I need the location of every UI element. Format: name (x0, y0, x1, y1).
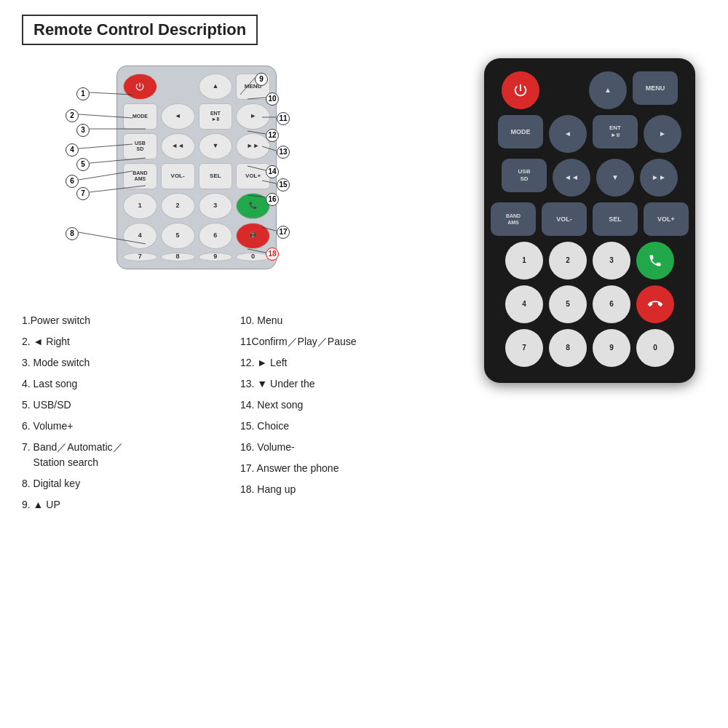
desc-item-2: 2. ◄ Right (22, 334, 240, 349)
pr-btn-2[interactable]: 2 (549, 242, 587, 280)
diag-btn-2[interactable]: 2 (161, 193, 195, 219)
diag-btn-7[interactable]: 7 (123, 253, 157, 261)
pr-btn-1[interactable]: 1 (505, 242, 543, 280)
callout-5: 5 (76, 157, 90, 171)
diag-btn-prev[interactable]: ◄◄ (161, 133, 195, 159)
pr-btn-up[interactable]: ▲ (589, 71, 627, 109)
callout-1: 1 (76, 86, 90, 100)
physical-remote-section: ▲ MENU MODE ◄ ENT►II ► USBSD ◄◄ ▼ ►► (473, 58, 706, 713)
pr-btn-menu[interactable]: MENU (633, 71, 678, 105)
remote-row-5: 1 2 3 (496, 242, 684, 280)
pr-btn-usbsd[interactable]: USBSD (502, 159, 547, 192)
pr-btn-ent[interactable]: ENT►II (593, 115, 638, 149)
pr-btn-next-song[interactable]: ►► (640, 159, 678, 197)
diag-btn-mode[interactable]: MODE (123, 103, 157, 130)
pr-btn-right[interactable]: ► (644, 115, 681, 153)
diag-btn-sel[interactable]: SEL (199, 163, 233, 189)
callout-9: 9 (255, 71, 268, 86)
diag-btn-answer[interactable]: 📞 (236, 193, 270, 219)
callout-3: 3 (76, 122, 90, 137)
diag-btn-usbsd[interactable]: USBSD (123, 133, 157, 159)
diag-empty-1 (161, 74, 195, 100)
desc-col-right: 10. Menu 11Confirm／Play／Pause 12. ► Left… (240, 313, 459, 513)
descriptions: 1.Power switch 2. ◄ Right 3. Mode switch… (22, 313, 459, 513)
pr-btn-7[interactable]: 7 (505, 329, 543, 367)
pr-btn-volplus[interactable]: VOL+ (644, 202, 689, 236)
diag-btn-right-arrow[interactable]: ► (236, 103, 270, 130)
diag-btn-power[interactable] (123, 74, 157, 100)
desc-item-10: 10. Menu (240, 313, 459, 328)
diag-btn-9[interactable]: 9 (199, 253, 233, 261)
desc-item-7: 7. Band／Automatic／ Station search (22, 440, 167, 470)
pr-btn-band[interactable]: BANDAMS (491, 202, 536, 236)
callout-4: 4 (66, 142, 79, 157)
callout-8: 8 (66, 226, 79, 240)
desc-item-3: 3. Mode switch (22, 355, 240, 371)
callout-11: 11 (277, 111, 290, 125)
desc-item-1: 1.Power switch (22, 313, 240, 328)
diag-btn-1[interactable]: 1 (123, 193, 157, 219)
diag-btn-0[interactable]: 0 (236, 253, 270, 261)
callout-10: 10 (266, 91, 279, 106)
desc-item-17: 17. Answer the phone (240, 461, 459, 476)
remote-row-7: 7 8 9 0 (496, 329, 684, 367)
pr-btn-9[interactable]: 9 (593, 329, 630, 367)
diag-btn-volminus[interactable]: VOL- (161, 163, 195, 189)
pr-btn-8[interactable]: 8 (549, 329, 587, 367)
desc-item-6: 6. Volume+ (22, 419, 240, 434)
callout-17: 17 (277, 224, 290, 239)
remote-row-1: ▲ MENU (496, 71, 684, 109)
pr-btn-mode[interactable]: MODE (498, 115, 543, 149)
desc-item-9: 9. ▲ UP (22, 497, 240, 513)
pr-btn-3[interactable]: 3 (593, 242, 630, 280)
desc-item-14: 14. Next song (240, 397, 459, 413)
callout-7: 7 (76, 186, 90, 200)
diag-btn-4[interactable]: 4 (123, 223, 157, 249)
pr-btn-answer[interactable] (636, 242, 674, 280)
pr-btn-left[interactable]: ◄ (549, 115, 587, 153)
diag-btn-3[interactable]: 3 (199, 193, 233, 219)
pr-btn-down[interactable]: ▼ (596, 159, 634, 197)
desc-item-15: 15. Choice (240, 419, 459, 434)
callout-12: 12 (266, 127, 279, 142)
desc-item-12: 12. ► Left (240, 355, 459, 371)
callout-13: 13 (277, 144, 290, 159)
pr-btn-5[interactable]: 5 (549, 285, 587, 323)
remote-row-3: USBSD ◄◄ ▼ ►► (496, 159, 684, 197)
desc-item-4: 4. Last song (22, 376, 240, 392)
diag-btn-8[interactable]: 8 (161, 253, 195, 261)
pr-btn-6[interactable]: 6 (593, 285, 630, 323)
pr-btn-power[interactable] (502, 71, 539, 109)
diag-btn-ent[interactable]: ENT►II (199, 103, 233, 130)
remote-row-4: BANDAMS VOL- SEL VOL+ (496, 202, 684, 236)
callout-2: 2 (66, 108, 79, 122)
pr-btn-0[interactable]: 0 (636, 329, 674, 367)
diag-btn-up[interactable]: ▲ (199, 74, 233, 100)
callout-14: 14 (266, 164, 279, 178)
diag-btn-volplus: VOL+ (236, 163, 270, 189)
desc-item-8: 8. Digital key (22, 476, 240, 491)
diag-btn-band[interactable]: BANDAMS (123, 163, 157, 189)
diag-btn-next[interactable]: ►► (236, 133, 270, 159)
page-title: Remote Control Description (33, 20, 246, 39)
diag-btn-5[interactable]: 5 (161, 223, 195, 249)
remote-row-6: 4 5 6 (496, 285, 684, 323)
desc-col-left: 1.Power switch 2. ◄ Right 3. Mode switch… (22, 313, 240, 513)
desc-item-18: 18. Hang up (240, 482, 459, 497)
pr-btn-prev[interactable]: ◄◄ (553, 159, 590, 197)
remote-diagram: ▲ MENU MODE ◄ ENT►II ► USBSD ◄◄ ▼ ►► BAN… (22, 58, 357, 291)
remote-row-2: MODE ◄ ENT►II ► (496, 115, 684, 153)
callout-18: 18 (266, 246, 279, 261)
callout-15: 15 (277, 177, 290, 191)
pr-btn-hangup[interactable] (636, 285, 674, 323)
diag-btn-hangup[interactable]: 📵 (236, 223, 270, 249)
pr-btn-volminus[interactable]: VOL- (542, 202, 587, 236)
callout-16: 16 (266, 191, 279, 206)
diag-btn-6[interactable]: 6 (199, 223, 233, 249)
pr-btn-4[interactable]: 4 (505, 285, 543, 323)
desc-item-11: 11Confirm／Play／Pause (240, 334, 459, 349)
diag-btn-down[interactable]: ▼ (199, 133, 233, 159)
desc-item-16: 16. Volume- (240, 440, 459, 455)
pr-btn-sel[interactable]: SEL (593, 202, 638, 236)
diag-btn-left-arrow[interactable]: ◄ (161, 103, 195, 130)
